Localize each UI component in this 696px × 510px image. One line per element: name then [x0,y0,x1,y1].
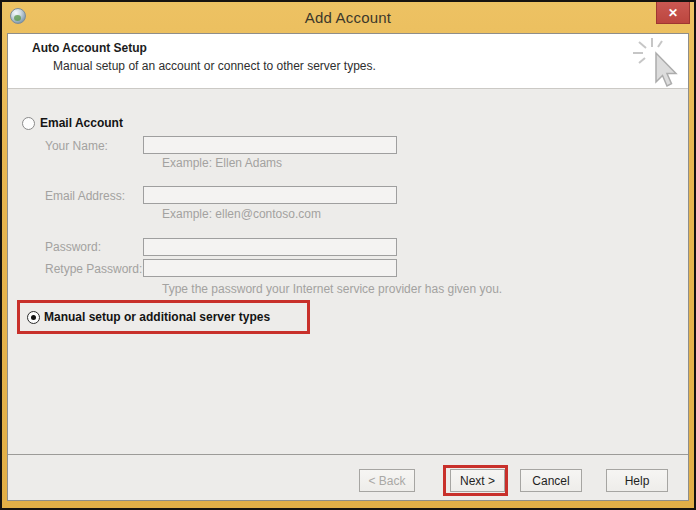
password-label: Password: [45,240,101,254]
back-button[interactable]: < Back [359,469,415,492]
email-address-input[interactable] [143,186,397,204]
wizard-cursor-icon [630,35,688,91]
app-icon [10,8,26,24]
title-bar[interactable]: Add Account [2,2,694,33]
email-account-radio-label[interactable]: Email Account [40,116,123,130]
manual-setup-radio[interactable] [27,311,40,324]
manual-setup-radio-label[interactable]: Manual setup or additional server types [44,310,270,324]
email-address-example: Example: ellen@contoso.com [162,207,321,221]
page-title: Auto Account Setup [32,41,147,55]
cancel-button[interactable]: Cancel [520,469,582,492]
password-input[interactable] [143,238,397,256]
email-address-label: Email Address: [45,189,125,203]
window-title: Add Account [305,9,391,26]
retype-password-label: Retype Password: [45,262,142,276]
footer-separator [8,454,688,455]
next-button[interactable]: Next > [450,469,505,492]
close-button[interactable]: ✕ [656,2,690,24]
your-name-label: Your Name: [45,139,108,153]
add-account-dialog: Add Account ✕ Auto Account Setup Manual … [0,0,696,510]
close-icon: ✕ [668,6,678,20]
password-hint: Type the password your Internet service … [162,282,502,296]
page-subtitle: Manual setup of an account or connect to… [53,59,376,73]
your-name-example: Example: Ellen Adams [162,156,282,170]
help-button[interactable]: Help [606,469,668,492]
your-name-input[interactable] [143,136,397,154]
email-account-radio[interactable] [22,117,35,130]
retype-password-input[interactable] [143,259,397,277]
